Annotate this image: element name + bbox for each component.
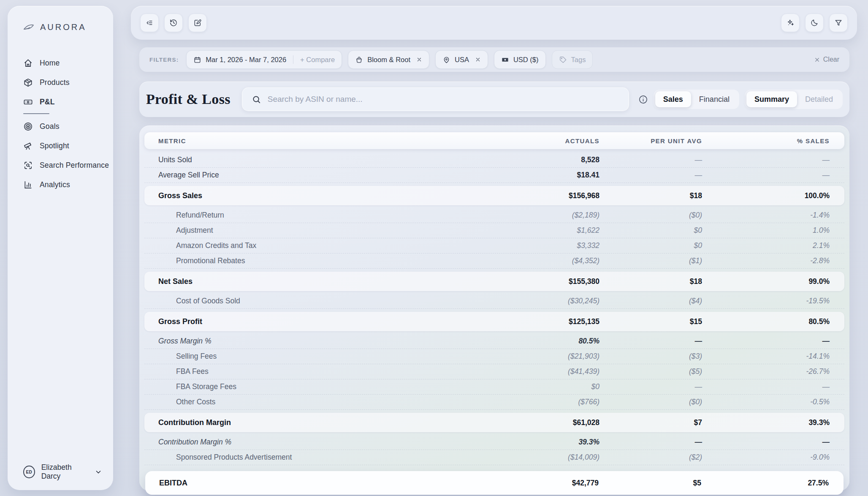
table-row: Gross Sales $156,968 $18 100.0%	[144, 186, 844, 205]
sidebar-item-label: Goals	[40, 122, 60, 131]
table-row: Contribution Margin $61,028 $7 39.3%	[144, 413, 844, 432]
row-actuals: $61,028	[464, 418, 599, 427]
sidebar-item-label: Search Performance	[40, 161, 109, 170]
mode-toggle: Summary Detailed	[745, 90, 843, 109]
column-header-pct-sales: % SALES	[702, 137, 830, 144]
brand-filter-chip[interactable]: Bloom & Root	[348, 50, 429, 69]
date-range-chip[interactable]: Mar 1, 2026 - Mar 7, 2026 + Compare	[186, 50, 342, 69]
sparkles-icon	[786, 19, 795, 27]
tags-filter-chip[interactable]: Tags	[552, 50, 593, 69]
calendar-icon	[193, 56, 201, 64]
compare-button[interactable]: + Compare	[300, 56, 335, 64]
brand-name: AURORA	[40, 22, 87, 32]
filter-button[interactable]	[829, 14, 848, 32]
collapse-sidebar-button[interactable]	[140, 14, 159, 32]
table-row: Contribution Margin % 39.3% — —	[144, 435, 844, 450]
box-icon	[23, 78, 33, 87]
sidebar-item-products[interactable]: Products	[8, 73, 113, 92]
close-icon[interactable]	[416, 57, 422, 63]
row-actuals: ($30,245)	[464, 297, 599, 305]
row-pct-sales: 39.3%	[702, 418, 830, 427]
row-per-unit: $5	[599, 479, 701, 488]
row-actuals: ($4,352)	[464, 256, 599, 265]
funnel-icon	[834, 19, 843, 27]
sidebar-nav: Home Products P&L	[8, 53, 113, 194]
row-per-unit: ($0)	[599, 211, 702, 220]
page-title: Profit & Loss	[146, 91, 231, 107]
brand-filter-text: Bloom & Root	[367, 56, 410, 64]
sidebar-item-spotlight[interactable]: Spotlight	[8, 136, 113, 155]
ai-assistant-button[interactable]	[781, 14, 800, 32]
table-row: Sponsored Products Advertisement ($14,00…	[144, 450, 844, 465]
sidebar-item-search-performance[interactable]: Search Performance	[8, 155, 113, 175]
country-filter-chip[interactable]: USA	[435, 50, 488, 69]
chevron-down-icon	[95, 468, 102, 476]
row-label: FBA Storage Fees	[158, 382, 464, 391]
date-range-text: Mar 1, 2026 - Mar 7, 2026	[206, 56, 286, 64]
sidebar-item-home[interactable]: Home	[8, 53, 113, 73]
row-per-unit: $18	[599, 191, 702, 200]
info-icon[interactable]	[638, 95, 648, 104]
tags-filter-text: Tags	[571, 56, 586, 64]
toggle-detailed[interactable]: Detailed	[797, 91, 841, 107]
row-actuals: 39.3%	[464, 438, 599, 447]
edit-button[interactable]	[188, 14, 207, 32]
sidebar-item-analytics[interactable]: Analytics	[8, 175, 113, 194]
row-actuals: ($766)	[464, 398, 599, 406]
row-per-unit: —	[599, 438, 702, 447]
sidebar-item-label: Products	[40, 78, 70, 87]
table-row: Gross Profit $125,135 $15 80.5%	[144, 312, 844, 331]
row-actuals: $155,380	[464, 277, 599, 286]
sidebar-item-label: Analytics	[40, 180, 70, 189]
row-label: Contribution Margin	[158, 418, 464, 427]
row-actuals: 8,528	[464, 155, 599, 164]
close-icon	[814, 57, 820, 63]
row-actuals: $42,779	[464, 479, 599, 488]
table-header: METRIC ACTUALS PER UNIT AVG % SALES	[144, 132, 844, 149]
telescope-icon	[23, 141, 33, 151]
scan-search-icon	[23, 161, 33, 170]
dark-mode-button[interactable]	[805, 14, 824, 32]
country-filter-text: USA	[455, 56, 469, 64]
history-icon	[169, 19, 178, 27]
moon-icon	[810, 19, 819, 27]
view-toggle: Sales Financial	[654, 90, 739, 109]
sidebar-item-pnl[interactable]: P&L	[8, 92, 113, 112]
row-pct-sales: -14.1%	[702, 352, 830, 361]
row-pct-sales: -0.5%	[702, 398, 830, 406]
bar-chart-icon	[23, 180, 33, 190]
toggle-summary[interactable]: Summary	[746, 91, 797, 107]
toggle-financial[interactable]: Financial	[691, 91, 738, 107]
row-label: Net Sales	[158, 277, 464, 286]
filters-label: FILTERS:	[149, 57, 179, 63]
sidebar-item-label: P&L	[40, 98, 55, 106]
row-per-unit: ($4)	[599, 297, 702, 305]
basket-icon	[355, 56, 363, 64]
clear-filters-button[interactable]: Clear	[814, 56, 839, 63]
row-actuals: 80.5%	[464, 337, 599, 346]
row-per-unit: ($3)	[599, 352, 702, 361]
row-per-unit: ($1)	[599, 256, 702, 265]
history-button[interactable]	[164, 14, 183, 32]
row-per-unit: ($5)	[599, 367, 702, 376]
row-pct-sales: —	[702, 438, 830, 447]
search-box[interactable]	[242, 87, 629, 111]
currency-filter-text: USD ($)	[513, 56, 539, 64]
table-row: Adjustment $1,622 $0 1.0%	[144, 223, 844, 238]
tag-icon	[559, 56, 567, 64]
pnl-table: METRIC ACTUALS PER UNIT AVG % SALES Unit…	[139, 125, 849, 491]
table-row: Net Sales $155,380 $18 99.0%	[144, 272, 844, 291]
currency-filter-chip[interactable]: USD ($)	[494, 50, 546, 69]
sidebar: AURORA Home Products	[8, 6, 113, 490]
banknote-icon	[23, 97, 33, 107]
user-menu[interactable]: ED Elizabeth Darcy	[8, 454, 113, 490]
row-label: Gross Profit	[158, 317, 464, 326]
sidebar-item-goals[interactable]: Goals	[8, 117, 113, 136]
toggle-sales[interactable]: Sales	[655, 91, 691, 107]
search-input[interactable]	[268, 95, 619, 104]
row-label: EBITDA	[159, 479, 464, 488]
close-icon[interactable]	[475, 57, 481, 63]
row-label: Promotional Rebates	[158, 256, 464, 265]
table-row: FBA Fees ($41,439) ($5) -26.7%	[144, 364, 844, 379]
table-row: Selling Fees ($21,903) ($3) -14.1%	[144, 349, 844, 364]
